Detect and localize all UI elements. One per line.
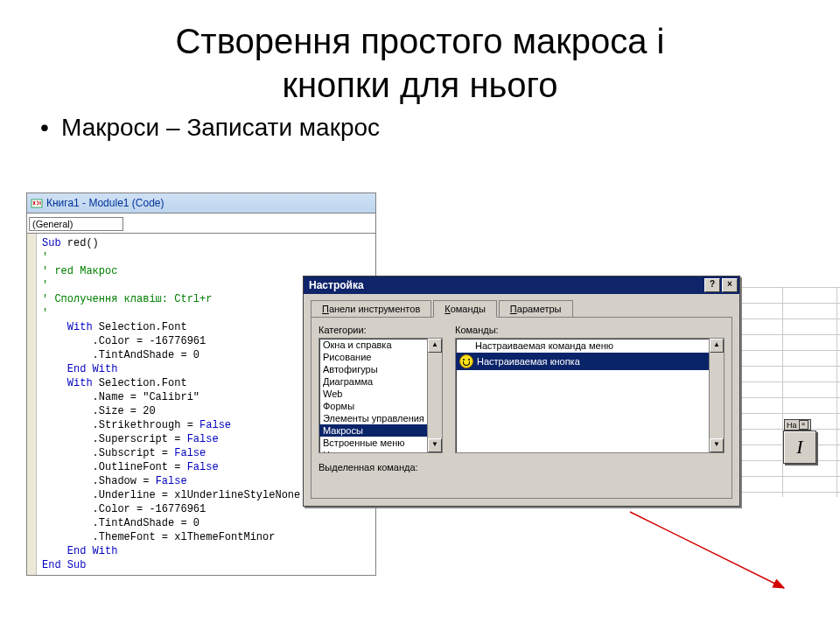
category-item[interactable]: Рисование: [319, 351, 442, 363]
title-line1: Створення простого макроса і: [175, 22, 664, 60]
dialog-close-button[interactable]: ×: [722, 278, 738, 292]
code-window-titlebar: Книга1 - Module1 (Code): [27, 193, 375, 213]
categories-scrollbar[interactable]: ▲ ▼: [427, 339, 442, 452]
tab-1[interactable]: Команды: [433, 300, 497, 318]
customize-dialog: Настройка ? × Панели инструментовКоманды…: [303, 276, 740, 507]
category-item[interactable]: Элементы управления: [319, 412, 442, 424]
tab-2[interactable]: Параметры: [499, 300, 573, 318]
slide-title: Створення простого макроса і кнопки для …: [0, 0, 840, 107]
dialog-help-button[interactable]: ?: [704, 278, 720, 292]
title-line2: кнопки для нього: [282, 66, 557, 104]
code-gutter: [27, 234, 37, 575]
command-item-label: Настраиваемая кнопка: [477, 356, 580, 367]
smiley-icon: [459, 354, 473, 368]
bullet-item: Макроси – Записати макрос: [61, 114, 796, 142]
dropped-toolbar-button[interactable]: На × I: [783, 430, 816, 464]
category-item[interactable]: Формы: [319, 400, 442, 412]
vba-module-icon: [31, 197, 43, 209]
code-editor[interactable]: Sub red() ' ' red Макрос ' ' Сполучення …: [37, 234, 305, 575]
scroll-down-icon[interactable]: ▼: [428, 438, 442, 452]
command-item-label: Настраиваемая команда меню: [475, 340, 613, 351]
commands-listbox[interactable]: Настраиваемая команда менюНастраиваемая …: [455, 338, 724, 453]
categories-listbox[interactable]: Окна и справкаРисованиеАвтофигурыДиаграм…: [318, 338, 443, 453]
code-proc-dropdowns: (General): [27, 213, 375, 233]
category-item[interactable]: Новое меню: [319, 449, 442, 453]
commands-scrollbar[interactable]: ▲ ▼: [709, 339, 724, 452]
svg-line-1: [630, 512, 784, 588]
command-item[interactable]: Настраиваемая команда меню: [456, 339, 724, 353]
code-object-dropdown[interactable]: (General): [29, 217, 123, 231]
scroll-up-icon[interactable]: ▲: [428, 339, 442, 353]
ibeam-icon: I: [796, 436, 802, 458]
category-item[interactable]: Окна и справка: [319, 339, 442, 351]
commands-tab-panel: Категории: Окна и справкаРисованиеАвтофи…: [311, 317, 732, 499]
category-item[interactable]: Автофигуры: [319, 363, 442, 375]
command-item[interactable]: Настраиваемая кнопка: [456, 353, 724, 370]
dropped-button-header: На ×: [784, 419, 811, 430]
dialog-tabs: Панели инструментовКомандыПараметры: [304, 294, 739, 317]
scroll-up-icon[interactable]: ▲: [710, 339, 724, 353]
code-window-title: Книга1 - Module1 (Code): [46, 197, 164, 209]
category-item[interactable]: Web: [319, 388, 442, 400]
category-item[interactable]: Макросы: [319, 424, 442, 437]
category-item[interactable]: Встроенные меню: [319, 437, 442, 449]
scroll-down-icon[interactable]: ▼: [710, 438, 724, 452]
category-item[interactable]: Диаграмма: [319, 375, 442, 388]
tab-0[interactable]: Панели инструментов: [311, 300, 431, 318]
dialog-titlebar[interactable]: Настройка ? ×: [304, 276, 739, 294]
categories-label: Категории:: [318, 325, 443, 335]
close-icon[interactable]: ×: [799, 420, 808, 430]
selected-command-label: Выделенная команда:: [318, 462, 724, 472]
commands-label: Команды:: [455, 325, 724, 335]
dialog-title: Настройка: [309, 279, 364, 291]
